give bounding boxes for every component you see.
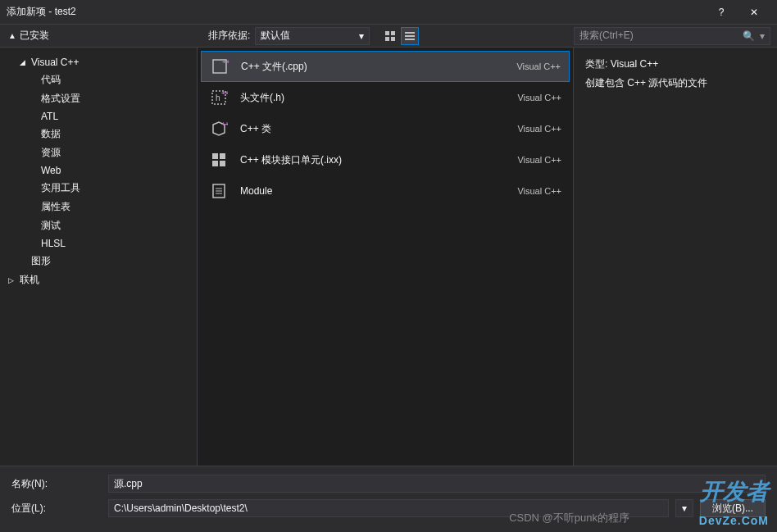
category-tree: ◢ Visual C++ 代码格式设置ATL数据资源Web实用工具属性表测试HL… xyxy=(0,48,197,466)
bottom-form: 名称(N): 位置(L): ▾ 浏览(B)... xyxy=(0,466,777,532)
type-value: Visual C++ xyxy=(611,58,658,70)
close-button[interactable]: ✕ xyxy=(738,0,770,25)
h-file-icon: h++ xyxy=(209,88,229,107)
description: 创建包含 C++ 源代码的文件 xyxy=(585,76,766,90)
template-lang: Visual C++ xyxy=(517,124,561,134)
template-lang: Visual C++ xyxy=(516,61,561,71)
toolbar: ▲ 已安装 排序依据: 默认值 ▾ 搜索(Ctrl+E) 🔍 ▾ xyxy=(0,25,777,48)
template-list: ++ C++ 文件(.cpp) Visual C++h++ 头文件(.h) Vi… xyxy=(197,48,574,466)
location-input[interactable] xyxy=(108,499,669,517)
template-lang: Visual C++ xyxy=(517,93,561,102)
search-input[interactable]: 搜索(Ctrl+E) 🔍 ▾ xyxy=(574,27,770,45)
help-button[interactable]: ? xyxy=(705,0,738,25)
class-file-icon: ++ xyxy=(209,119,229,139)
chevron-down-icon: ▾ xyxy=(359,30,364,42)
doc-file-icon xyxy=(209,181,229,201)
template-lang: Visual C++ xyxy=(517,155,561,165)
tree-item-1[interactable]: 格式设置 xyxy=(0,89,197,108)
tree-online[interactable]: ▷ 联机 xyxy=(0,271,197,289)
template-row-4[interactable]: Module Visual C++ xyxy=(201,175,570,207)
name-input[interactable] xyxy=(108,475,766,493)
cpp-file-icon: ++ xyxy=(210,57,229,76)
tree-visual-cpp[interactable]: ◢ Visual C++ xyxy=(0,54,197,70)
tree-item-8[interactable]: 测试 xyxy=(0,216,197,235)
details-pane: 类型: Visual C++ 创建包含 C++ 源代码的文件 xyxy=(574,48,777,466)
svg-rect-3 xyxy=(391,37,395,41)
template-row-3[interactable]: C++ 模块接口单元(.ixx) Visual C++ xyxy=(201,144,570,175)
template-row-2[interactable]: ++ C++ 类 Visual C++ xyxy=(201,113,570,144)
template-lang: Visual C++ xyxy=(517,186,561,196)
window-title: 添加新项 - test2 xyxy=(7,5,705,19)
svg-rect-5 xyxy=(405,35,415,37)
svg-text:++: ++ xyxy=(222,58,229,66)
template-name: C++ 模块接口单元(.ixx) xyxy=(240,153,506,167)
svg-rect-1 xyxy=(391,31,395,35)
search-icon: 🔍 xyxy=(743,30,755,42)
svg-text:h: h xyxy=(216,93,220,102)
svg-text:++: ++ xyxy=(221,89,228,97)
search-placeholder: 搜索(Ctrl+E) xyxy=(579,29,634,43)
svg-rect-15 xyxy=(212,161,218,166)
titlebar: 添加新项 - test2 ? ✕ xyxy=(0,0,777,25)
template-row-1[interactable]: h++ 头文件(.h) Visual C++ xyxy=(201,82,570,113)
triangle-down-icon: ▲ xyxy=(8,31,16,40)
svg-rect-6 xyxy=(405,39,415,40)
tree-item-6[interactable]: 实用工具 xyxy=(0,179,197,198)
browse-button[interactable]: 浏览(B)... xyxy=(700,499,766,517)
template-name: 头文件(.h) xyxy=(240,91,506,105)
dropdown-icon: ▾ xyxy=(760,30,765,42)
tree-item-9[interactable]: HLSL xyxy=(0,235,197,252)
type-label: 类型: xyxy=(585,58,607,70)
main-area: ◢ Visual C++ 代码格式设置ATL数据资源Web实用工具属性表测试HL… xyxy=(0,48,777,466)
installed-header[interactable]: ▲ 已安装 xyxy=(0,29,197,43)
template-row-0[interactable]: ++ C++ 文件(.cpp) Visual C++ xyxy=(201,51,570,82)
svg-rect-0 xyxy=(385,31,389,35)
module-file-icon xyxy=(209,150,229,170)
svg-rect-14 xyxy=(220,153,225,159)
view-list-button[interactable] xyxy=(401,27,419,45)
svg-rect-4 xyxy=(405,32,415,34)
tree-item-4[interactable]: 资源 xyxy=(0,143,197,162)
sort-label: 排序依据: xyxy=(208,29,250,43)
tree-item-5[interactable]: Web xyxy=(0,162,197,179)
template-name: C++ 文件(.cpp) xyxy=(241,60,505,74)
tree-item-3[interactable]: 数据 xyxy=(0,125,197,143)
location-dropdown[interactable]: ▾ xyxy=(675,499,693,517)
installed-label: 已安装 xyxy=(20,29,49,43)
list-icon xyxy=(405,31,415,41)
svg-rect-16 xyxy=(220,161,225,166)
svg-text:++: ++ xyxy=(221,120,228,128)
tree-graphics[interactable]: 图形 xyxy=(0,252,197,271)
sort-value: 默认值 xyxy=(261,29,290,43)
sort-dropdown[interactable]: 默认值 ▾ xyxy=(255,27,370,45)
template-name: C++ 类 xyxy=(240,122,506,136)
tree-item-0[interactable]: 代码 xyxy=(0,70,197,89)
triangle-right-icon: ▷ xyxy=(8,276,16,284)
grid-icon xyxy=(385,31,395,41)
view-grid-button[interactable] xyxy=(381,27,399,45)
tree-item-7[interactable]: 属性表 xyxy=(0,198,197,216)
triangle-down-icon: ◢ xyxy=(20,58,28,66)
location-label: 位置(L): xyxy=(11,502,102,516)
svg-rect-13 xyxy=(212,153,218,159)
name-label: 名称(N): xyxy=(11,477,102,491)
template-name: Module xyxy=(240,185,506,197)
svg-rect-2 xyxy=(385,37,389,41)
tree-item-2[interactable]: ATL xyxy=(0,108,197,125)
